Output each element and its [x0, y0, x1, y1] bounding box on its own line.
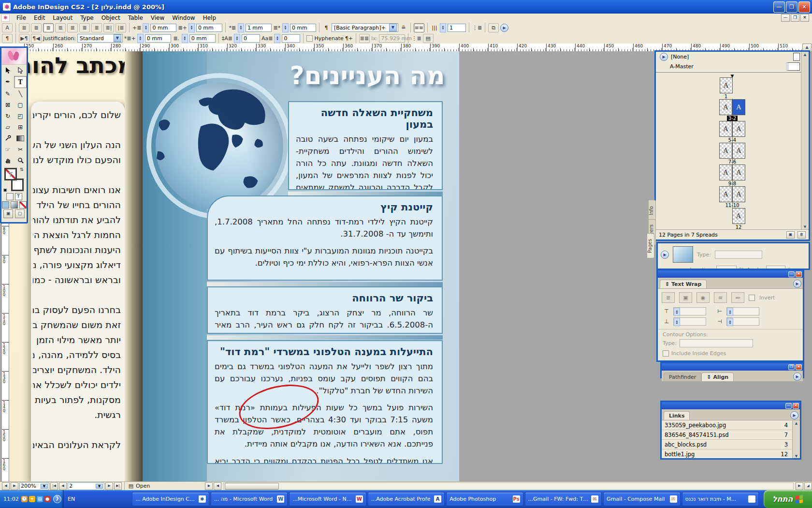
link-row[interactable]: 836546_84574151.psd 7: [662, 430, 793, 440]
zoom-out-button[interactable]: ◀: [2, 482, 10, 490]
minimize-button[interactable]: —: [773, 1, 785, 13]
language-indicator[interactable]: EN: [68, 496, 75, 502]
rectangle-tool[interactable]: ▢: [14, 99, 27, 110]
align-center-button[interactable]: ≣: [31, 23, 42, 32]
align-towards-spine-button[interactable]: ≣|: [103, 23, 114, 32]
taskbar-button[interactable]: Gmail - Compose Mail ✉: [603, 492, 680, 506]
left-page-text-column[interactable]: שלום לכם, הורים יקריםהנה העלון השני של ה…: [31, 102, 125, 481]
hand-tool[interactable]: [1, 155, 14, 166]
tab-links[interactable]: Links: [664, 411, 690, 420]
menu-item[interactable]: File: [13, 14, 30, 22]
paragraph-formatting-button[interactable]: ¶: [2, 34, 13, 43]
combo-arrow-icon[interactable]: ▼: [114, 34, 121, 42]
include-inside-edges-checkbox[interactable]: [663, 350, 669, 357]
gradient-swatch[interactable]: [673, 246, 693, 263]
pages-scrollbar[interactable]: ▲▼: [801, 52, 809, 230]
doc-minimize-button[interactable]: —: [781, 14, 790, 22]
palette-menu-button[interactable]: ▶: [500, 24, 508, 32]
drop-cap-chars-spinner[interactable]: ▲▼: [274, 34, 280, 43]
story-box-phone-service[interactable]: התייעלות במענה הטלפוני במשרדי "רמת דוד" …: [207, 340, 443, 464]
taskbar-button[interactable]: ...Adobe Acrobat Profe A: [368, 492, 445, 506]
frame-tool[interactable]: ⊠: [1, 99, 14, 110]
fill-stroke-controls[interactable]: T ⇄ ▣: [3, 167, 25, 192]
zoom-level-combo[interactable]: 200% ▼: [19, 482, 49, 490]
drop-cap-lines-spinner[interactable]: ▲▼: [234, 34, 240, 43]
menu-item[interactable]: Layout: [49, 14, 76, 22]
grid-align-button[interactable]: ≣≣: [359, 34, 370, 43]
next-page-button[interactable]: ▶: [105, 482, 113, 490]
menu-item[interactable]: Edit: [30, 14, 49, 22]
globe-image[interactable]: [155, 81, 284, 211]
eyedropper-tool[interactable]: [1, 133, 14, 144]
doc-close-button[interactable]: ✕: [800, 14, 809, 22]
antivirus-icon[interactable]: ●: [44, 496, 51, 502]
taskbar-button[interactable]: ... מה - Microsoft Word W: [211, 492, 288, 506]
doc-restore-button[interactable]: ❐: [791, 14, 799, 22]
hidden-icons-chevron[interactable]: ❯: [53, 495, 61, 503]
story-box-summer-camp[interactable]: קייטנת קיץ קייטנת הקיץ לילדי רמת-דוד נפת…: [207, 195, 443, 281]
line-tool[interactable]: ╲: [14, 88, 27, 99]
tab-text-wrap[interactable]: ⇕ Text Wrap: [660, 280, 707, 288]
indent-right-spinner[interactable]: ▲▼: [188, 23, 195, 32]
justify-all-button[interactable]: ≣: [91, 23, 102, 32]
combo-arrow-icon[interactable]: ▼: [41, 484, 48, 489]
apply-gradient-button[interactable]: [11, 201, 18, 209]
panel-menu-button[interactable]: ▶: [793, 280, 801, 288]
space-after-field[interactable]: 0 mm: [290, 24, 316, 32]
new-spread-button[interactable]: ▣: [786, 231, 795, 239]
scissors-tool[interactable]: ✂: [14, 144, 27, 155]
align-away-spine-button[interactable]: |≣: [116, 23, 126, 32]
align-left-button[interactable]: ≣: [19, 23, 29, 32]
rotate-tool[interactable]: ↻: [1, 110, 14, 121]
panel-minimize-button[interactable]: —: [788, 271, 795, 277]
menu-item[interactable]: Window: [168, 14, 199, 22]
link-row[interactable]: bottle1.jpg 12: [662, 449, 793, 459]
first-page-button[interactable]: |◀: [50, 482, 58, 490]
start-button[interactable]: התחל: [764, 490, 812, 508]
space-before-field[interactable]: 1 mm: [246, 24, 272, 32]
no-wrap-button[interactable]: ≣: [662, 292, 675, 303]
taskbar-button[interactable]: ...Gmail - FW: Fwd: The ✉: [525, 492, 602, 506]
menu-item[interactable]: Type: [76, 14, 98, 22]
free-transform-tool[interactable]: ⊞: [14, 121, 27, 133]
previous-page-button[interactable]: ◀: [59, 482, 67, 490]
invert-checkbox[interactable]: [749, 295, 755, 301]
indent-left-field[interactable]: 0 mm: [150, 24, 176, 32]
links-scrollbar[interactable]: ▲▼: [792, 420, 800, 459]
justify-last-center-button[interactable]: ≣: [67, 23, 78, 32]
taskbar-button[interactable]: Adobe Photoshop Ps: [446, 492, 523, 506]
indent-right-field[interactable]: 0 mm: [196, 24, 222, 32]
spread-item[interactable]: A 12: [656, 208, 809, 230]
last-page-button[interactable]: ▶|: [114, 482, 122, 490]
spread-item-selected[interactable]: AA 3-2: [656, 99, 809, 121]
zoom-tool[interactable]: [14, 155, 27, 166]
spread-item[interactable]: AA 11-10: [656, 186, 809, 208]
link-row[interactable]: abc_blocks.psd 3: [662, 440, 793, 449]
tab-pages[interactable]: Pages: [647, 233, 654, 258]
normal-view-button[interactable]: ▣: [3, 209, 13, 218]
panel-menu-button[interactable]: ▶: [660, 53, 668, 61]
space-before-spinner[interactable]: ▲▼: [238, 23, 244, 32]
first-line-indent-field[interactable]: 0 mm: [145, 34, 171, 43]
panel-title-bar[interactable]: ❐ ✕: [662, 363, 803, 371]
menu-item[interactable]: Table: [124, 14, 147, 22]
delete-spread-button[interactable]: 🗑: [798, 231, 806, 239]
pen-tool[interactable]: ✒: [1, 76, 14, 87]
character-formatting-button[interactable]: A: [2, 23, 13, 32]
story-box-game-library[interactable]: משחקיית השאלה חדשה במעון במעון יום שיקומ…: [288, 101, 443, 190]
close-button[interactable]: ✕: [798, 1, 810, 13]
maximize-button[interactable]: ❐: [786, 1, 798, 13]
text-format-button[interactable]: T: [15, 193, 22, 200]
apply-color-button[interactable]: [2, 201, 9, 209]
left-page[interactable]: מכתב להורים שלום לכם, הורים יקריםהנה העל…: [9, 51, 143, 481]
align-right-button[interactable]: ≣: [43, 23, 54, 32]
anchored-object-button[interactable]: ⧉: [488, 23, 499, 32]
justify-last-left-button[interactable]: ≣: [55, 23, 66, 32]
taskbar-button[interactable]: ...Microsoft Word - New W: [289, 492, 366, 506]
story-box-minister-visit[interactable]: ביקור שר הרווחה שר הרווחה, מר יצחק הרצוג…: [207, 286, 443, 334]
space-after-spinner[interactable]: ▲▼: [282, 23, 289, 32]
master-a-row[interactable]: A-Master: [656, 61, 809, 71]
apply-none-button[interactable]: [19, 201, 27, 209]
horizontal-scrollbar[interactable]: [223, 482, 794, 490]
jump-object-button[interactable]: ≡: [714, 292, 727, 303]
